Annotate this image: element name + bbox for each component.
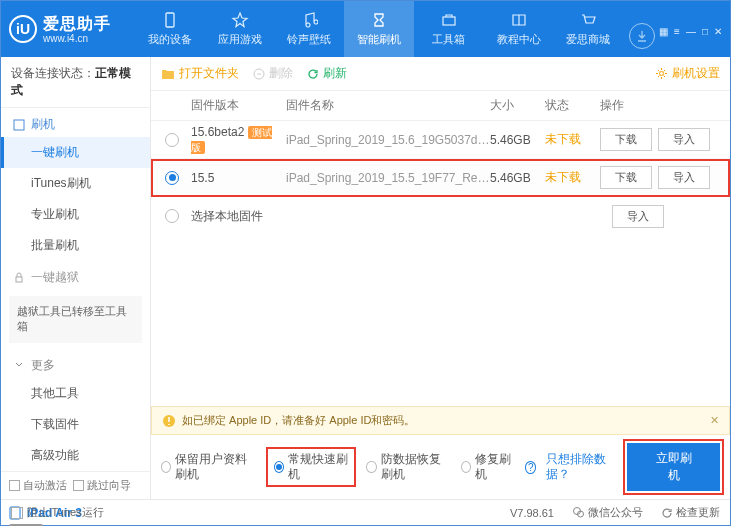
toolbox-icon — [440, 11, 458, 29]
sidebar-item-advanced[interactable]: 高级功能 — [1, 440, 150, 471]
flash-options: 保留用户资料刷机 常规快速刷机 防数据恢复刷机 修复刷机 ? 只想排除数据？ 立… — [151, 435, 730, 499]
check-update-link[interactable]: 检查更新 — [661, 505, 720, 520]
flash-now-button[interactable]: 立即刷机 — [627, 443, 720, 491]
sidebar-item-batch[interactable]: 批量刷机 — [1, 230, 150, 261]
download-button[interactable]: 下载 — [600, 166, 652, 189]
firmware-row[interactable]: 15.5 iPad_Spring_2019_15.5_19F77_Restore… — [151, 159, 730, 197]
link-label: 检查更新 — [676, 505, 720, 520]
close-icon[interactable]: ✕ — [714, 26, 722, 37]
opt-anti-recovery[interactable]: 防数据恢复刷机 — [366, 452, 451, 482]
opt-normal-fast[interactable]: 常规快速刷机 — [266, 447, 356, 487]
exclude-data-link[interactable]: 只想排除数据？ — [546, 452, 617, 482]
nav-label: 智能刷机 — [357, 32, 401, 47]
svg-rect-0 — [166, 13, 174, 27]
minimize-icon[interactable]: — — [686, 26, 696, 37]
local-firmware-row[interactable]: 选择本地固件 导入 — [151, 197, 730, 235]
close-notice-icon[interactable]: ✕ — [710, 414, 719, 427]
local-label: 选择本地固件 — [191, 208, 263, 225]
lock-icon — [13, 272, 25, 284]
wechat-icon — [572, 506, 585, 519]
group-flash[interactable]: 刷机 — [1, 108, 150, 137]
body: 设备连接状态：正常模式 刷机 一键刷机 iTunes刷机 专业刷机 批量刷机 一… — [1, 57, 730, 499]
flash-settings-button[interactable]: 刷机设置 — [655, 65, 720, 82]
svg-point-6 — [660, 72, 664, 76]
notice-text: 如已绑定 Apple ID，请准备好 Apple ID和密码。 — [182, 413, 416, 428]
wechat-link[interactable]: 微信公众号 — [572, 505, 643, 520]
auto-activate-checkbox[interactable]: 自动激活 — [9, 478, 67, 493]
cell-status: 未下载 — [545, 169, 600, 186]
download-center-icon[interactable] — [629, 23, 655, 49]
group-label: 一键越狱 — [31, 269, 79, 286]
radio[interactable] — [165, 171, 179, 185]
chevron-down-icon — [13, 359, 25, 371]
menu-icon[interactable]: ▦ — [659, 26, 668, 37]
group-jailbreak[interactable]: 一键越狱 — [1, 261, 150, 290]
col-version: 固件版本 — [191, 97, 286, 114]
app-version: V7.98.61 — [510, 507, 554, 519]
sidebar-footer: 自动激活 跳过向导 — [1, 471, 150, 499]
sidebar-item-other[interactable]: 其他工具 — [1, 378, 150, 409]
nav-tutorial[interactable]: 教程中心 — [484, 1, 554, 57]
open-folder-button[interactable]: 打开文件夹 — [161, 65, 239, 82]
radio[interactable] — [165, 209, 179, 223]
cell-version: 15.6beta2测试版 — [191, 125, 286, 155]
nav-apps[interactable]: 应用游戏 — [205, 1, 275, 57]
cell-filename: iPad_Spring_2019_15.6_19G5037d_Restore.i… — [286, 133, 490, 147]
sidebar-item-oneclick[interactable]: 一键刷机 — [1, 137, 150, 168]
app-name: 爱思助手 — [43, 15, 111, 32]
import-button[interactable]: 导入 — [658, 128, 710, 151]
refresh-button[interactable]: 刷新 — [307, 65, 347, 82]
btn-label: 刷机设置 — [672, 65, 720, 82]
sidebar-item-pro[interactable]: 专业刷机 — [1, 199, 150, 230]
firmware-row[interactable]: 15.6beta2测试版 iPad_Spring_2019_15.6_19G50… — [151, 121, 730, 159]
nav-label: 铃声壁纸 — [287, 32, 331, 47]
skip-guide-checkbox[interactable]: 跳过向导 — [73, 478, 131, 493]
settings-icon[interactable]: ≡ — [674, 26, 680, 37]
device-icon — [161, 11, 179, 29]
download-button[interactable]: 下载 — [600, 128, 652, 151]
window-controls: ▦ ≡ — □ ✕ — [659, 22, 722, 37]
cell-ops: 下载导入 — [600, 166, 720, 189]
main-nav: 我的设备 应用游戏 铃声壁纸 智能刷机 工具箱 教程中心 爱思商城 — [135, 1, 623, 57]
cell-size: 5.46GB — [490, 133, 545, 147]
col-status: 状态 — [545, 97, 600, 114]
folder-icon — [161, 68, 175, 80]
nav-label: 爱思商城 — [566, 32, 610, 47]
delete-button[interactable]: 删除 — [253, 65, 293, 82]
opt-label: 保留用户资料刷机 — [175, 452, 255, 482]
cell-version: 15.5 — [191, 171, 286, 185]
status-bar: 阻止iTunes运行 V7.98.61 微信公众号 检查更新 — [1, 499, 730, 525]
nav-toolbox[interactable]: 工具箱 — [414, 1, 484, 57]
sidebar-item-itunes[interactable]: iTunes刷机 — [1, 168, 150, 199]
block-itunes-checkbox[interactable]: 阻止iTunes运行 — [11, 505, 104, 520]
nav-label: 应用游戏 — [218, 32, 262, 47]
cell-status: 未下载 — [545, 131, 600, 148]
nav-ringtone[interactable]: 铃声壁纸 — [274, 1, 344, 57]
nav-shop[interactable]: 爱思商城 — [553, 1, 623, 57]
col-ops: 操作 — [600, 97, 720, 114]
checkbox-label: 自动激活 — [23, 478, 67, 493]
cell-size: 5.46GB — [490, 171, 545, 185]
svg-rect-2 — [14, 120, 24, 130]
title-bar: iU 爱思助手 www.i4.cn 我的设备 应用游戏 铃声壁纸 智能刷机 工具… — [1, 1, 730, 57]
group-more[interactable]: 更多 — [1, 349, 150, 378]
flash-icon — [370, 11, 388, 29]
logo-badge: iU — [9, 15, 37, 43]
app-logo: iU 爱思助手 www.i4.cn — [9, 14, 129, 44]
nav-flash[interactable]: 智能刷机 — [344, 1, 414, 57]
import-button[interactable]: 导入 — [612, 205, 664, 228]
radio[interactable] — [165, 133, 179, 147]
import-button[interactable]: 导入 — [658, 166, 710, 189]
music-icon — [300, 11, 318, 29]
maximize-icon[interactable]: □ — [702, 26, 708, 37]
sidebar-item-download-fw[interactable]: 下载固件 — [1, 409, 150, 440]
opt-repair[interactable]: 修复刷机 — [461, 452, 515, 482]
opt-keep-data[interactable]: 保留用户资料刷机 — [161, 452, 256, 482]
help-icon[interactable]: ? — [525, 461, 536, 474]
opt-label: 常规快速刷机 — [288, 452, 348, 482]
checkbox-label: 阻止iTunes运行 — [27, 505, 104, 520]
refresh-icon — [307, 68, 319, 80]
btn-label: 刷新 — [323, 65, 347, 82]
nav-my-device[interactable]: 我的设备 — [135, 1, 205, 57]
btn-label: 删除 — [269, 65, 293, 82]
